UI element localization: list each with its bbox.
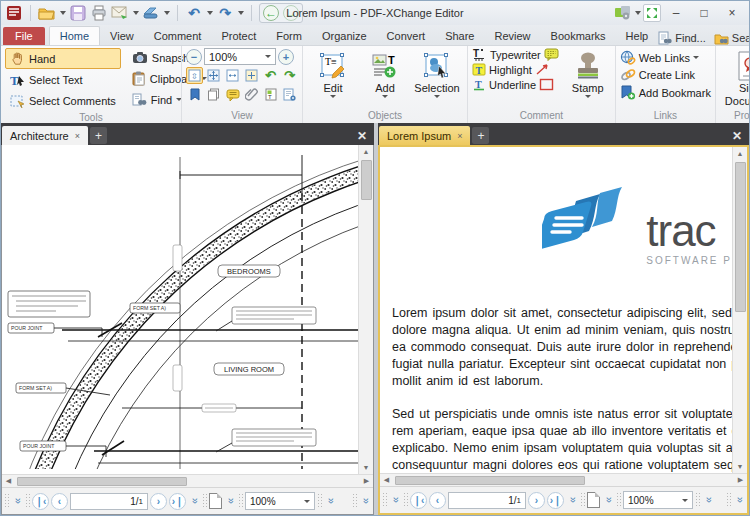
maximize-button[interactable]: □ [691, 4, 717, 22]
status-zoom-combobox[interactable]: 100% [245, 492, 315, 510]
find-button[interactable]: Find... [658, 31, 706, 45]
tab-view[interactable]: View [100, 27, 144, 45]
tab-help[interactable]: Help [616, 27, 659, 45]
toolbar-grip[interactable] [695, 492, 700, 508]
scan-dropdown[interactable] [164, 11, 170, 15]
left-vscroll-thumb[interactable] [361, 160, 372, 200]
select-text-button[interactable]: T Select Text [5, 70, 121, 90]
options-chevron-icon[interactable]: « [566, 494, 578, 506]
underline-button[interactable]: T Underline [472, 78, 559, 91]
left-vertical-scrollbar[interactable]: ▲ ▼ [358, 145, 373, 474]
lorem-ipsum-document-canvas[interactable]: trac SOFTWARE P Lorem ipsum dolor sit am… [380, 147, 732, 473]
options-chevron-icon[interactable]: « [188, 495, 200, 507]
select-comments-button[interactable]: Select Comments [5, 91, 121, 111]
edit-objects-button[interactable]: T≡ Edit [307, 48, 359, 98]
left-horizontal-scrollbar[interactable]: ◀ ▶ [2, 474, 373, 487]
doc-tab-lorem-ipsum[interactable]: Lorem Ipsum × [379, 126, 470, 145]
web-links-button[interactable]: Web Links [620, 50, 711, 65]
stamp-button[interactable]: Stamp [565, 48, 611, 98]
right-vscroll-thumb[interactable] [735, 162, 746, 312]
create-link-button[interactable]: Create Link [620, 68, 711, 82]
ribbon-zoom-combobox[interactable]: 100% [204, 48, 276, 65]
scan-icon[interactable] [142, 4, 160, 22]
options-chevron-icon[interactable]: « [324, 495, 336, 507]
fields-pane-icon[interactable]: T [262, 86, 279, 103]
toolbar-grip[interactable] [202, 493, 207, 509]
fit-width-icon[interactable] [224, 67, 241, 84]
scroll-left-icon[interactable]: ◀ [2, 475, 15, 488]
first-page-button[interactable]: ❘‹ [410, 492, 427, 509]
next-page-button[interactable]: › [150, 493, 167, 510]
go-back-icon[interactable]: ← [263, 5, 279, 21]
tab-review[interactable]: Review [484, 27, 540, 45]
close-button[interactable]: × [719, 4, 745, 22]
redo-dropdown[interactable] [238, 11, 244, 15]
toolbar-grip[interactable] [238, 493, 243, 509]
toolbar-grip[interactable] [616, 492, 621, 508]
zoom-out-icon[interactable]: − [186, 49, 202, 65]
go-forward-icon[interactable]: → [283, 5, 299, 21]
right-vertical-scrollbar[interactable]: ▲ ▼ [732, 147, 747, 473]
scroll-right-icon[interactable]: ▶ [734, 474, 747, 487]
toolbar-grip[interactable] [25, 493, 30, 509]
page-layout-icon[interactable] [587, 492, 600, 508]
new-tab-button[interactable]: + [472, 127, 489, 144]
options-chevron-icon[interactable]: « [389, 494, 401, 506]
toolbar-grip[interactable] [580, 492, 585, 508]
comments-pane-icon[interactable] [224, 86, 241, 103]
tab-home[interactable]: Home [49, 26, 100, 45]
attachments-pane-icon[interactable] [243, 86, 260, 103]
toolbar-grip[interactable] [4, 493, 9, 509]
open-file-icon[interactable] [38, 4, 56, 22]
new-tab-button[interactable]: + [90, 127, 107, 144]
bookmarks-pane-icon[interactable] [186, 86, 203, 103]
toolbar-grip[interactable] [382, 492, 387, 508]
tab-bookmarks[interactable]: Bookmarks [541, 27, 616, 45]
ui-options-dropdown[interactable] [635, 11, 641, 15]
status-zoom-combobox[interactable]: 100% [623, 491, 693, 509]
architecture-drawing-canvas[interactable]: BEDROOMS LIVING ROOM POUR JOINT [2, 145, 358, 474]
print-icon[interactable] [90, 4, 108, 22]
page-number-input[interactable]: 1/1 [448, 492, 526, 509]
ui-options-icon[interactable] [614, 4, 632, 22]
right-horizontal-scrollbar[interactable]: ◀ ▶ [380, 473, 747, 486]
minimize-button[interactable]: – [663, 4, 689, 22]
thumbnails-pane-icon[interactable] [205, 86, 222, 103]
last-page-button[interactable]: ›❘ [547, 492, 564, 509]
scroll-down-icon[interactable]: ▼ [734, 460, 747, 473]
next-page-button[interactable]: › [528, 492, 545, 509]
prev-page-button[interactable]: ‹ [429, 492, 446, 509]
email-dropdown[interactable] [133, 11, 139, 15]
fit-page-icon[interactable]: ⇳ [186, 67, 203, 84]
toolbar-grip[interactable] [726, 492, 731, 508]
email-icon[interactable] [111, 4, 129, 22]
tab-protect[interactable]: Protect [211, 27, 266, 45]
left-hscroll-thumb[interactable] [17, 477, 187, 486]
first-page-button[interactable]: ❘‹ [32, 493, 49, 510]
tab-close-icon[interactable]: × [457, 131, 462, 141]
rotate-right-icon[interactable]: ↷ [281, 67, 298, 84]
tab-convert[interactable]: Convert [377, 27, 436, 45]
zoom-in-icon[interactable]: + [278, 49, 294, 65]
undo-icon[interactable]: ↶ [185, 4, 203, 22]
highlight-button[interactable]: T Highlight [472, 63, 559, 76]
app-logo-icon[interactable] [5, 4, 23, 22]
close-pane-icon[interactable]: ✕ [726, 129, 748, 145]
scroll-right-icon[interactable]: ▶ [360, 475, 373, 488]
fit-visible-icon[interactable] [243, 67, 260, 84]
right-hscroll-thumb[interactable] [395, 476, 585, 485]
selection-button[interactable]: Selection [411, 48, 463, 98]
add-objects-button[interactable]: T Add [359, 48, 411, 98]
search-button[interactable]: Search... [714, 32, 750, 45]
options-chevron-icon[interactable]: « [359, 495, 371, 507]
sign-document-button[interactable]: Sign Document [720, 48, 750, 107]
options-chevron-icon[interactable]: « [11, 495, 23, 507]
prev-page-button[interactable]: ‹ [51, 493, 68, 510]
content-pane-icon[interactable] [281, 86, 298, 103]
rotate-left-icon[interactable]: ↶ [262, 67, 279, 84]
add-bookmark-button[interactable]: Add Bookmark [620, 85, 711, 100]
redo-icon[interactable]: ↷ [216, 4, 234, 22]
options-chevron-icon[interactable]: « [702, 494, 714, 506]
open-file-dropdown[interactable] [60, 11, 66, 15]
toolbar-grip[interactable] [317, 493, 322, 509]
